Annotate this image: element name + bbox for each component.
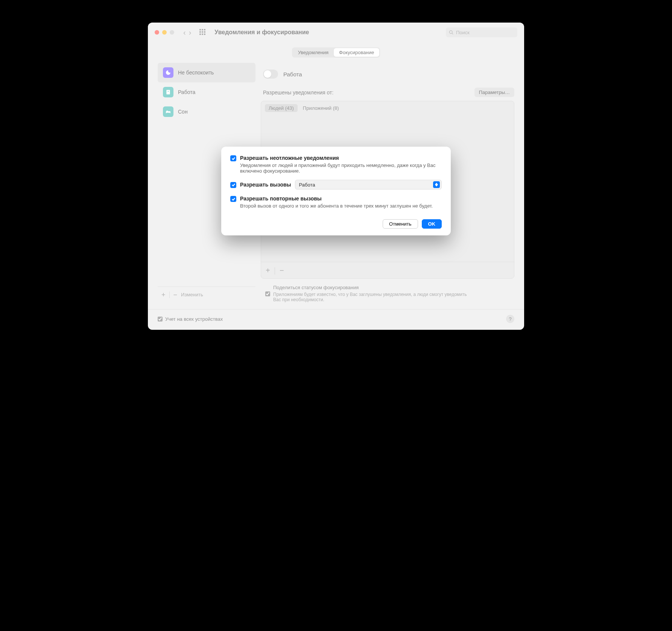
calls-checkbox[interactable] — [230, 182, 236, 188]
calls-select-value: Работа — [299, 182, 315, 188]
ok-button[interactable]: OK — [422, 219, 442, 229]
preferences-window: ‹ › Уведомления и фокусирование Поиск Ув… — [148, 23, 524, 330]
repeat-description: Второй вызов от одного и того же абонент… — [240, 203, 433, 209]
urgent-description: Уведомления от людей и приложений будут … — [240, 162, 436, 174]
urgent-checkbox[interactable] — [230, 155, 236, 161]
options-modal: Разрешать неотложные уведомления Уведомл… — [221, 147, 451, 235]
repeat-checkbox[interactable] — [230, 196, 236, 202]
urgent-label: Разрешать неотложные уведомления — [240, 155, 436, 161]
select-stepper-icon — [433, 181, 440, 188]
cancel-button[interactable]: Отменить — [383, 219, 418, 229]
calls-label: Разрешать вызовы — [240, 182, 291, 188]
repeat-label: Разрешать повторные вызовы — [240, 196, 433, 202]
calls-select[interactable]: Работа — [295, 180, 442, 190]
